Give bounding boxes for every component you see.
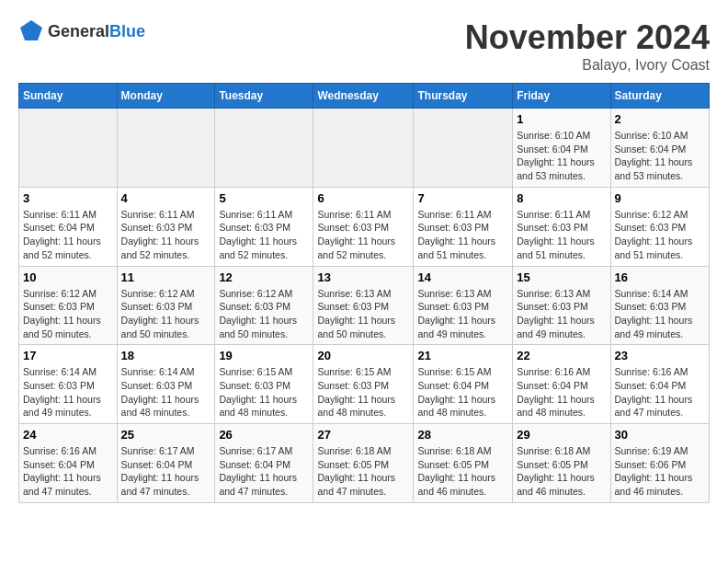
calendar-cell	[313, 109, 414, 188]
weekday-header: Sunday	[19, 84, 118, 109]
day-number: 22	[517, 349, 606, 362]
day-info: Sunrise: 6:11 AMSunset: 6:03 PMDaylight:…	[121, 208, 211, 262]
day-info: Sunrise: 6:16 AMSunset: 6:04 PMDaylight:…	[615, 365, 705, 419]
logo-icon	[18, 18, 44, 44]
day-number: 17	[23, 349, 113, 362]
day-number: 26	[219, 428, 309, 442]
day-number: 11	[121, 270, 211, 284]
calendar-week-row: 1Sunrise: 6:10 AMSunset: 6:04 PMDaylight…	[19, 109, 710, 188]
weekday-header: Thursday	[414, 84, 513, 109]
day-number: 2	[615, 112, 705, 126]
svg-marker-0	[20, 20, 42, 40]
weekday-header: Saturday	[610, 84, 709, 109]
day-info: Sunrise: 6:14 AMSunset: 6:03 PMDaylight:…	[23, 365, 113, 419]
logo-general: General	[48, 22, 109, 40]
calendar-cell: 28Sunrise: 6:18 AMSunset: 6:05 PMDayligh…	[414, 424, 513, 503]
calendar-cell: 9Sunrise: 6:12 AMSunset: 6:03 PMDaylight…	[610, 187, 709, 266]
calendar-cell	[215, 109, 313, 188]
day-number: 15	[517, 270, 606, 284]
page-header: GeneralBlue November 2024 Balayo, Ivory …	[18, 18, 710, 74]
day-number: 12	[219, 270, 309, 284]
day-info: Sunrise: 6:15 AMSunset: 6:04 PMDaylight:…	[417, 365, 508, 419]
day-number: 25	[121, 428, 211, 442]
calendar-cell: 13Sunrise: 6:13 AMSunset: 6:03 PMDayligh…	[313, 266, 414, 345]
day-info: Sunrise: 6:12 AMSunset: 6:03 PMDaylight:…	[23, 287, 113, 341]
calendar-cell: 11Sunrise: 6:12 AMSunset: 6:03 PMDayligh…	[117, 266, 215, 345]
calendar-week-row: 17Sunrise: 6:14 AMSunset: 6:03 PMDayligh…	[19, 345, 710, 424]
day-info: Sunrise: 6:11 AMSunset: 6:04 PMDaylight:…	[23, 208, 113, 262]
calendar-cell: 10Sunrise: 6:12 AMSunset: 6:03 PMDayligh…	[19, 266, 118, 345]
calendar-cell: 21Sunrise: 6:15 AMSunset: 6:04 PMDayligh…	[414, 345, 513, 424]
day-number: 9	[615, 191, 705, 205]
day-info: Sunrise: 6:18 AMSunset: 6:05 PMDaylight:…	[317, 444, 409, 499]
day-info: Sunrise: 6:18 AMSunset: 6:05 PMDaylight:…	[417, 444, 508, 499]
calendar-cell: 3Sunrise: 6:11 AMSunset: 6:04 PMDaylight…	[19, 187, 118, 266]
calendar-cell: 17Sunrise: 6:14 AMSunset: 6:03 PMDayligh…	[19, 345, 118, 424]
day-info: Sunrise: 6:13 AMSunset: 6:03 PMDaylight:…	[417, 287, 508, 341]
day-info: Sunrise: 6:11 AMSunset: 6:03 PMDaylight:…	[417, 208, 508, 262]
calendar-week-row: 24Sunrise: 6:16 AMSunset: 6:04 PMDayligh…	[19, 424, 710, 503]
day-info: Sunrise: 6:18 AMSunset: 6:05 PMDaylight:…	[517, 444, 606, 499]
calendar-cell: 6Sunrise: 6:11 AMSunset: 6:03 PMDaylight…	[313, 187, 414, 266]
calendar-cell: 8Sunrise: 6:11 AMSunset: 6:03 PMDaylight…	[513, 187, 610, 266]
day-info: Sunrise: 6:11 AMSunset: 6:03 PMDaylight:…	[517, 208, 606, 262]
day-info: Sunrise: 6:11 AMSunset: 6:03 PMDaylight:…	[219, 208, 309, 262]
weekday-header: Monday	[117, 84, 215, 109]
month-title: November 2024	[465, 18, 710, 57]
calendar-cell: 5Sunrise: 6:11 AMSunset: 6:03 PMDaylight…	[215, 187, 313, 266]
calendar-cell	[19, 109, 118, 188]
calendar-table: SundayMondayTuesdayWednesdayThursdayFrid…	[18, 83, 710, 503]
day-number: 6	[317, 191, 409, 205]
calendar-cell: 16Sunrise: 6:14 AMSunset: 6:03 PMDayligh…	[610, 266, 709, 345]
calendar-cell	[414, 109, 513, 188]
day-info: Sunrise: 6:10 AMSunset: 6:04 PMDaylight:…	[517, 129, 606, 183]
logo: GeneralBlue	[18, 18, 145, 44]
day-number: 29	[517, 428, 606, 442]
day-info: Sunrise: 6:14 AMSunset: 6:03 PMDaylight:…	[615, 287, 705, 341]
day-number: 20	[317, 349, 409, 362]
weekday-header-row: SundayMondayTuesdayWednesdayThursdayFrid…	[19, 84, 710, 109]
logo-blue: Blue	[109, 22, 145, 40]
calendar-cell: 14Sunrise: 6:13 AMSunset: 6:03 PMDayligh…	[414, 266, 513, 345]
day-info: Sunrise: 6:11 AMSunset: 6:03 PMDaylight:…	[317, 208, 409, 262]
day-info: Sunrise: 6:12 AMSunset: 6:03 PMDaylight:…	[615, 208, 705, 262]
day-number: 1	[517, 112, 606, 126]
calendar-cell: 26Sunrise: 6:17 AMSunset: 6:04 PMDayligh…	[215, 424, 313, 503]
calendar-cell: 20Sunrise: 6:15 AMSunset: 6:03 PMDayligh…	[313, 345, 414, 424]
calendar-cell: 1Sunrise: 6:10 AMSunset: 6:04 PMDaylight…	[513, 109, 610, 188]
day-info: Sunrise: 6:16 AMSunset: 6:04 PMDaylight:…	[517, 365, 606, 419]
day-number: 14	[417, 270, 508, 284]
calendar-cell: 7Sunrise: 6:11 AMSunset: 6:03 PMDaylight…	[414, 187, 513, 266]
calendar-cell: 19Sunrise: 6:15 AMSunset: 6:03 PMDayligh…	[215, 345, 313, 424]
day-number: 27	[317, 428, 409, 442]
day-number: 8	[517, 191, 606, 205]
day-number: 28	[417, 428, 508, 442]
calendar-cell: 27Sunrise: 6:18 AMSunset: 6:05 PMDayligh…	[313, 424, 414, 503]
weekday-header: Wednesday	[313, 84, 414, 109]
calendar-cell: 2Sunrise: 6:10 AMSunset: 6:04 PMDaylight…	[610, 109, 709, 188]
title-block: November 2024 Balayo, Ivory Coast	[465, 18, 710, 74]
day-info: Sunrise: 6:15 AMSunset: 6:03 PMDaylight:…	[219, 365, 309, 419]
day-number: 24	[23, 428, 113, 442]
day-number: 21	[417, 349, 508, 362]
calendar-cell: 23Sunrise: 6:16 AMSunset: 6:04 PMDayligh…	[610, 345, 709, 424]
day-info: Sunrise: 6:12 AMSunset: 6:03 PMDaylight:…	[121, 287, 211, 341]
calendar-week-row: 3Sunrise: 6:11 AMSunset: 6:04 PMDaylight…	[19, 187, 710, 266]
day-number: 19	[219, 349, 309, 362]
calendar-cell: 29Sunrise: 6:18 AMSunset: 6:05 PMDayligh…	[513, 424, 610, 503]
day-info: Sunrise: 6:16 AMSunset: 6:04 PMDaylight:…	[23, 444, 113, 499]
calendar-week-row: 10Sunrise: 6:12 AMSunset: 6:03 PMDayligh…	[19, 266, 710, 345]
calendar-cell: 30Sunrise: 6:19 AMSunset: 6:06 PMDayligh…	[610, 424, 709, 503]
calendar-cell: 22Sunrise: 6:16 AMSunset: 6:04 PMDayligh…	[513, 345, 610, 424]
day-number: 3	[23, 191, 113, 205]
day-number: 18	[121, 349, 211, 362]
day-info: Sunrise: 6:17 AMSunset: 6:04 PMDaylight:…	[219, 444, 309, 499]
calendar-cell: 25Sunrise: 6:17 AMSunset: 6:04 PMDayligh…	[117, 424, 215, 503]
day-number: 5	[219, 191, 309, 205]
day-info: Sunrise: 6:12 AMSunset: 6:03 PMDaylight:…	[219, 287, 309, 341]
day-number: 30	[615, 428, 705, 442]
day-info: Sunrise: 6:15 AMSunset: 6:03 PMDaylight:…	[317, 365, 409, 419]
day-info: Sunrise: 6:14 AMSunset: 6:03 PMDaylight:…	[121, 365, 211, 419]
weekday-header: Friday	[513, 84, 610, 109]
day-number: 13	[317, 270, 409, 284]
